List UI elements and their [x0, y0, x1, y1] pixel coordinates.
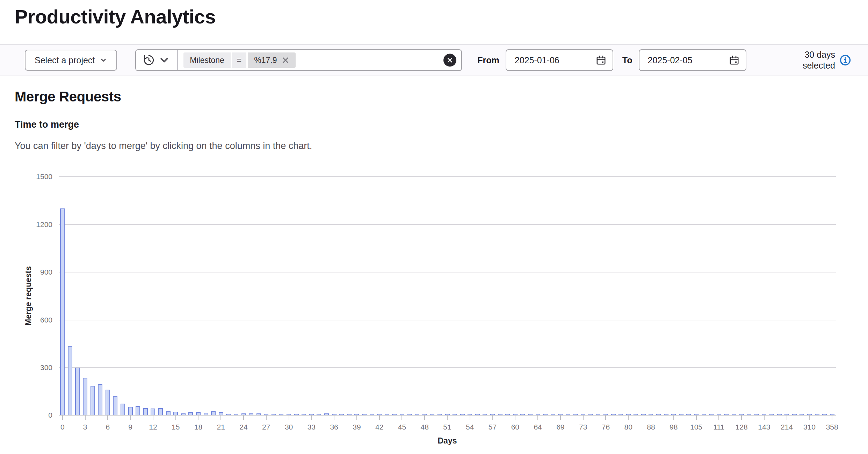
- bar-day-245[interactable]: [792, 414, 797, 415]
- bar-day-10[interactable]: [136, 406, 140, 415]
- bar-day-37[interactable]: [339, 414, 344, 415]
- bar-day-28[interactable]: [272, 414, 276, 415]
- bar-day-49[interactable]: [430, 414, 434, 415]
- bar-day-53[interactable]: [460, 414, 465, 415]
- bar-day-8[interactable]: [121, 404, 125, 415]
- bar-day-38[interactable]: [347, 414, 352, 415]
- bar-day-341[interactable]: [822, 414, 827, 415]
- bar-day-102[interactable]: [686, 414, 691, 415]
- bar-day-9[interactable]: [128, 407, 133, 415]
- bar-day-188[interactable]: [777, 414, 782, 415]
- bar-day-58[interactable]: [498, 414, 502, 415]
- bar-day-33[interactable]: [309, 414, 314, 415]
- bar-day-22[interactable]: [226, 414, 231, 415]
- bar-day-13[interactable]: [158, 408, 163, 415]
- bar-day-46[interactable]: [407, 414, 412, 415]
- bar-day-128[interactable]: [739, 414, 744, 415]
- bar-day-1[interactable]: [68, 346, 72, 415]
- bar-day-85[interactable]: [641, 414, 646, 415]
- bar-day-91[interactable]: [656, 414, 661, 415]
- token-close-icon[interactable]: [282, 56, 289, 64]
- bar-day-36[interactable]: [332, 414, 337, 415]
- bar-day-44[interactable]: [392, 414, 397, 415]
- bar-day-133[interactable]: [747, 414, 751, 415]
- bar-day-43[interactable]: [385, 414, 389, 415]
- bar-day-115[interactable]: [724, 414, 729, 415]
- bar-day-78[interactable]: [619, 414, 623, 415]
- bar-day-105[interactable]: [694, 414, 699, 415]
- bar-day-325[interactable]: [815, 414, 819, 415]
- token-name[interactable]: Milestone: [183, 52, 230, 68]
- bar-day-51[interactable]: [445, 414, 450, 415]
- bar-day-47[interactable]: [415, 414, 419, 415]
- to-date-input[interactable]: 2025-02-05: [639, 49, 746, 71]
- bar-day-75[interactable]: [596, 414, 600, 415]
- bar-day-42[interactable]: [377, 414, 382, 415]
- bar-day-26[interactable]: [256, 413, 261, 415]
- bar-day-34[interactable]: [317, 414, 321, 415]
- bar-day-40[interactable]: [362, 414, 367, 415]
- bar-day-45[interactable]: [400, 414, 404, 415]
- bar-day-143[interactable]: [762, 414, 766, 415]
- bar-day-64[interactable]: [536, 414, 540, 415]
- bar-day-165[interactable]: [769, 414, 774, 415]
- token-value[interactable]: %17.9: [248, 52, 296, 68]
- bar-day-39[interactable]: [354, 414, 359, 415]
- bar-day-54[interactable]: [468, 414, 472, 415]
- bar-day-73[interactable]: [581, 414, 585, 415]
- bar-day-55[interactable]: [475, 414, 480, 415]
- bar-day-23[interactable]: [234, 414, 238, 415]
- bar-day-24[interactable]: [241, 413, 246, 415]
- bar-day-60[interactable]: [513, 414, 518, 415]
- bar-day-17[interactable]: [188, 412, 193, 415]
- bar-day-65[interactable]: [543, 414, 548, 415]
- bar-day-16[interactable]: [181, 413, 186, 415]
- bar-day-32[interactable]: [302, 414, 306, 415]
- bar-day-7[interactable]: [113, 396, 117, 415]
- information-icon[interactable]: [839, 54, 851, 66]
- bar-day-82[interactable]: [634, 414, 638, 415]
- bar-day-6[interactable]: [106, 390, 110, 415]
- bar-day-29[interactable]: [279, 414, 283, 415]
- bar-day-358[interactable]: [830, 414, 834, 415]
- bar-day-109[interactable]: [709, 414, 714, 415]
- bar-day-67[interactable]: [551, 414, 555, 415]
- bar-day-94[interactable]: [664, 414, 668, 415]
- bar-day-100[interactable]: [679, 414, 683, 415]
- bar-day-111[interactable]: [717, 414, 721, 415]
- bar-day-57[interactable]: [490, 414, 495, 415]
- bar-day-59[interactable]: [505, 414, 510, 415]
- bar-day-61[interactable]: [520, 414, 525, 415]
- clear-search-button[interactable]: [443, 54, 456, 67]
- bar-day-4[interactable]: [91, 386, 95, 415]
- bar-day-80[interactable]: [626, 414, 631, 415]
- bar-day-15[interactable]: [173, 412, 178, 415]
- bar-day-0[interactable]: [60, 208, 65, 415]
- bar-day-138[interactable]: [754, 414, 759, 415]
- bar-day-56[interactable]: [483, 414, 487, 415]
- bar-day-5[interactable]: [98, 384, 102, 415]
- bar-day-27[interactable]: [264, 414, 268, 415]
- bar-day-41[interactable]: [370, 414, 374, 415]
- bar-day-214[interactable]: [784, 414, 789, 415]
- bar-day-121[interactable]: [732, 414, 736, 415]
- filtered-search-input[interactable]: Milestone = %17.9: [178, 50, 461, 70]
- bar-day-310[interactable]: [807, 414, 812, 415]
- bar-day-48[interactable]: [422, 414, 427, 415]
- project-dropdown-button[interactable]: Select a project: [25, 50, 117, 71]
- bar-day-62[interactable]: [528, 414, 533, 415]
- bar-day-21[interactable]: [219, 412, 223, 415]
- bar-day-98[interactable]: [671, 414, 676, 415]
- bar-day-31[interactable]: [294, 414, 299, 415]
- bar-day-3[interactable]: [83, 378, 87, 415]
- bar-day-35[interactable]: [324, 413, 329, 415]
- bar-day-50[interactable]: [437, 414, 442, 415]
- bar-day-77[interactable]: [611, 414, 616, 415]
- bar-day-74[interactable]: [588, 414, 593, 415]
- bar-day-2[interactable]: [75, 368, 80, 415]
- bar-day-76[interactable]: [603, 414, 608, 415]
- search-history-dropdown[interactable]: [136, 50, 178, 70]
- bar-day-11[interactable]: [143, 408, 148, 415]
- bar-day-30[interactable]: [287, 414, 291, 415]
- bar-day-107[interactable]: [702, 414, 706, 415]
